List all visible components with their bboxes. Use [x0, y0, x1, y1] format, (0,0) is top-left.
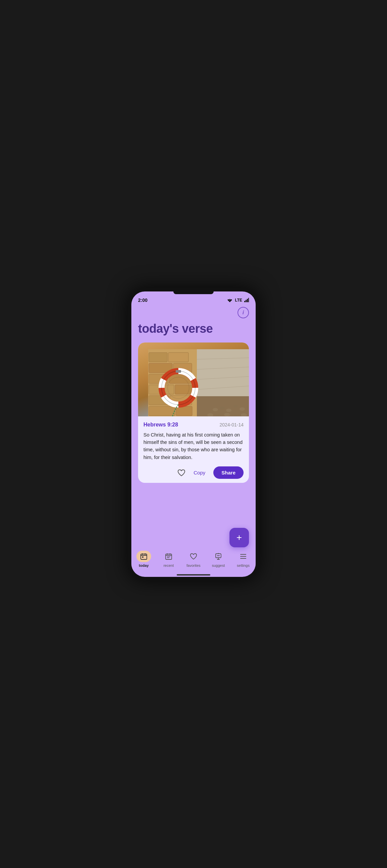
page-title: today's verse — [138, 322, 249, 336]
card-actions: Copy Share — [144, 466, 243, 479]
status-icons: LTE — [227, 298, 249, 303]
today-icon — [140, 553, 147, 560]
main-content: i today's verse — [131, 304, 256, 548]
nav-suggest-label: suggest — [212, 563, 225, 567]
svg-point-30 — [226, 409, 232, 412]
notch — [173, 291, 214, 294]
verse-illustration — [148, 349, 249, 416]
lte-label: LTE — [235, 298, 242, 303]
verse-date: 2024-01-14 — [219, 422, 243, 428]
heart-button[interactable] — [177, 469, 185, 476]
card-meta: Hebrews 9:28 2024-01-14 — [144, 422, 243, 428]
nav-item-suggest[interactable]: suggest — [206, 551, 231, 567]
copy-button[interactable]: Copy — [194, 470, 205, 475]
fab-button[interactable]: + — [230, 528, 249, 547]
home-indicator — [177, 574, 210, 576]
nav-favorites-label: favorites — [186, 563, 201, 567]
nav-settings-label: settings — [237, 563, 249, 567]
svg-point-32 — [240, 407, 245, 411]
phone-screen: 2:00 LTE — [131, 291, 256, 577]
info-button[interactable]: i — [238, 307, 249, 318]
svg-rect-44 — [141, 554, 147, 559]
nav-recent-label: recent — [163, 563, 174, 567]
verse-card: Hebrews 9:28 2024-01-14 So Christ, havin… — [138, 342, 249, 483]
share-button[interactable]: Share — [213, 466, 243, 479]
signal-icon — [244, 298, 249, 302]
svg-rect-6 — [248, 298, 249, 302]
svg-point-29 — [220, 407, 225, 409]
status-time: 2:00 — [138, 298, 147, 303]
verse-reference: Hebrews 9:28 — [144, 422, 178, 428]
nav-item-settings[interactable]: settings — [231, 551, 256, 567]
heart-icon — [177, 469, 185, 476]
favorites-icon — [190, 553, 197, 560]
phone-frame: 2:00 LTE — [128, 288, 259, 580]
fab-icon: + — [237, 532, 242, 543]
svg-rect-22 — [176, 406, 192, 416]
verse-text: So Christ, having at his first coming ta… — [144, 431, 243, 461]
nav-item-favorites[interactable]: favorites — [181, 551, 206, 567]
svg-rect-3 — [244, 301, 245, 302]
svg-rect-43 — [176, 370, 181, 373]
svg-rect-11 — [149, 352, 167, 362]
status-bar: 2:00 LTE — [131, 294, 256, 304]
nav-item-recent[interactable]: recent — [156, 551, 181, 567]
svg-rect-48 — [142, 556, 144, 558]
svg-point-31 — [233, 405, 238, 408]
nav-today-label: today — [139, 563, 148, 567]
svg-point-36 — [224, 413, 230, 416]
verse-image — [138, 342, 249, 416]
svg-rect-18 — [175, 385, 192, 394]
suggest-icon — [215, 553, 222, 560]
svg-rect-27 — [197, 349, 249, 396]
svg-rect-12 — [168, 352, 188, 362]
card-body: Hebrews 9:28 2024-01-14 So Christ, havin… — [138, 416, 249, 483]
svg-rect-5 — [247, 299, 248, 302]
svg-point-28 — [213, 408, 218, 411]
svg-rect-4 — [245, 300, 246, 302]
wifi-icon — [227, 298, 233, 302]
recent-icon — [165, 553, 172, 560]
nav-item-today[interactable]: today — [131, 551, 156, 567]
settings-icon — [240, 553, 247, 560]
svg-rect-21 — [149, 406, 175, 416]
bottom-nav: today recent — [131, 548, 256, 574]
